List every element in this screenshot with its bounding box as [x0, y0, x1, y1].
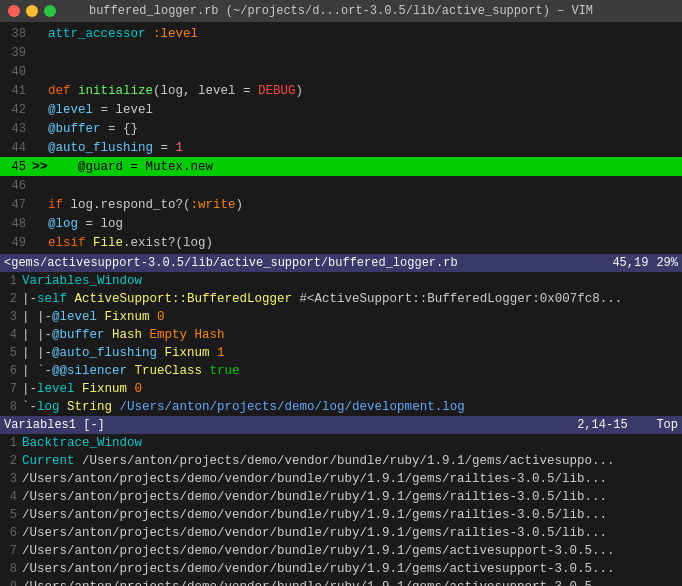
titlebar: buffered_logger.rb (~/projects/d...ort-3…	[0, 0, 682, 22]
code-line-40: 40	[0, 62, 682, 81]
line-content: attr_accessor :level	[48, 27, 682, 41]
code-line-47: 47 if log.respond_to?(:write)	[0, 195, 682, 214]
code-line-44: 44 @auto_flushing = 1	[0, 138, 682, 157]
editor-status-bar: <gems/activesupport-3.0.5/lib/active_sup…	[0, 254, 682, 272]
bt-line-9: 9 /Users/anton/projects/demo/vendor/bund…	[0, 578, 682, 586]
backtrace-header-label: Backtrace_Window	[22, 436, 142, 450]
code-line-38: 38 attr_accessor :level	[0, 24, 682, 43]
code-line-41: 41 def initialize(log, level = DEBUG)	[0, 81, 682, 100]
traffic-lights	[8, 5, 56, 17]
bt-line-8: 8 /Users/anton/projects/demo/vendor/bund…	[0, 560, 682, 578]
code-line-42: 42 @level = level	[0, 100, 682, 119]
minimize-button[interactable]	[26, 5, 38, 17]
scroll-percent: 29%	[656, 256, 678, 270]
code-line-48: 48 @log = log	[0, 214, 682, 233]
editor-area: 38 attr_accessor :level 39 40 41 def ini…	[0, 22, 682, 254]
vars-header-label: Variables_Window	[22, 274, 142, 288]
code-line-49: 49 elsif File.exist?(log)	[0, 233, 682, 252]
code-line-43: 43 @buffer = {}	[0, 119, 682, 138]
code-line-45-current: 45 >> @guard = Mutex.new	[0, 157, 682, 176]
bt-line-2: 2 Current /Users/anton/projects/demo/ven…	[0, 452, 682, 470]
var-line-2: 2 |-self ActiveSupport::BufferedLogger #…	[0, 290, 682, 308]
bt-line-4: 4 /Users/anton/projects/demo/vendor/bund…	[0, 488, 682, 506]
var-line-3: 3 | |-@level Fixnum 0	[0, 308, 682, 326]
window-title: buffered_logger.rb (~/projects/d...ort-3…	[89, 4, 593, 18]
backtrace-window: 1 Backtrace_Window 2 Current /Users/anto…	[0, 434, 682, 586]
bt-line-5: 5 /Users/anton/projects/demo/vendor/bund…	[0, 506, 682, 524]
vars-window-name: Variables1 [-]	[4, 418, 577, 432]
vars-header-line: 1 Variables_Window	[0, 272, 682, 290]
var-line-7: 7 |-level Fixnum 0	[0, 380, 682, 398]
variables-bottom-bar: Variables1 [-] 2,14-15 Top	[0, 416, 682, 434]
vars-position: 2,14-15 Top	[577, 418, 678, 432]
bt-line-3: 3 /Users/anton/projects/demo/vendor/bund…	[0, 470, 682, 488]
file-path: <gems/activesupport-3.0.5/lib/active_sup…	[4, 256, 612, 270]
code-line-46: 46	[0, 176, 682, 195]
maximize-button[interactable]	[44, 5, 56, 17]
line-number: 38	[0, 27, 32, 41]
bt-line-6: 6 /Users/anton/projects/demo/vendor/bund…	[0, 524, 682, 542]
cursor-position: 45,19	[612, 256, 648, 270]
bt-header-line: 1 Backtrace_Window	[0, 434, 682, 452]
close-button[interactable]	[8, 5, 20, 17]
var-line-6: 6 | `-@@silencer TrueClass true	[0, 362, 682, 380]
variables-window: 1 Variables_Window 2 |-self ActiveSuppor…	[0, 272, 682, 416]
var-line-8: 8 `-log String /Users/anton/projects/dem…	[0, 398, 682, 416]
code-line-39: 39	[0, 43, 682, 62]
bt-line-7: 7 /Users/anton/projects/demo/vendor/bund…	[0, 542, 682, 560]
var-line-4: 4 | |-@buffer Hash Empty Hash	[0, 326, 682, 344]
var-line-5: 5 | |-@auto_flushing Fixnum 1	[0, 344, 682, 362]
